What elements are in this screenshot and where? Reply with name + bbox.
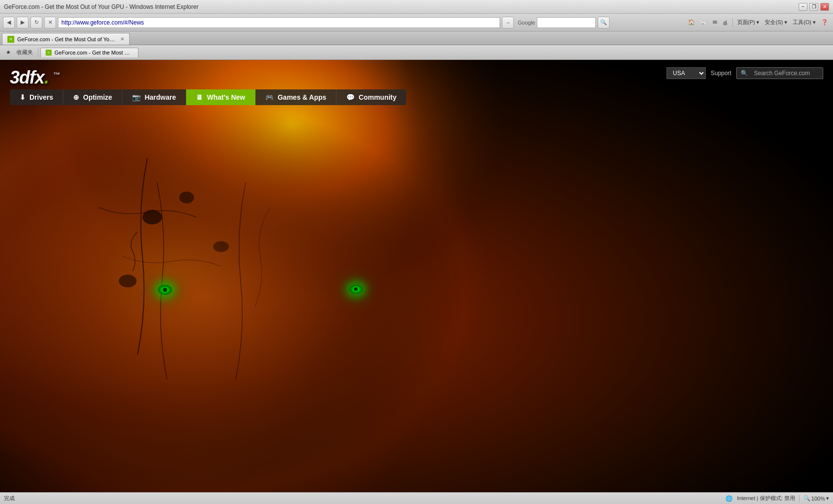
nav-games-apps-label: Games & Apps xyxy=(278,93,326,101)
nav-bar: ⬇ Drivers ⊕ Optimize 📷 Hardware 🖥 What's… xyxy=(10,89,823,105)
back-button[interactable]: ◀ xyxy=(3,17,15,28)
eye-left xyxy=(158,285,172,295)
ie-rss-icon[interactable]: 📰 xyxy=(698,18,709,27)
nav-games-apps[interactable]: 🎮 Games & Apps xyxy=(255,89,336,105)
site-search-container: 🔍 xyxy=(736,67,823,79)
go-button[interactable]: → xyxy=(502,17,514,28)
browser-search-input[interactable] xyxy=(537,17,596,28)
tab-favicon: N xyxy=(7,36,14,43)
status-globe-icon: 🌐 xyxy=(725,495,733,502)
quick-tab[interactable]: G GeForce.com - Get the Most Out of Your… xyxy=(40,48,139,57)
favorites-button[interactable]: 收藏夹 xyxy=(14,48,36,57)
minimize-button[interactable]: − xyxy=(799,3,807,11)
search-icon: 🔍 xyxy=(741,70,748,77)
hardware-icon: 📷 xyxy=(132,93,140,101)
page-btn[interactable]: 页面(P) ▾ xyxy=(735,18,762,27)
header-right: USA Europe Asia Support 🔍 xyxy=(666,67,823,79)
logo-tm: ™ xyxy=(53,71,59,79)
nav-whats-new-label: What's New xyxy=(207,93,245,101)
site-navigation: ⬇ Drivers ⊕ Optimize 📷 Hardware 🖥 What's… xyxy=(0,89,833,105)
address-bar: ◀ ▶ ↻ ✕ → Google 🔍 🏠 📰 ✉ 🖨 页面(P) ▾ 安全(S)… xyxy=(0,14,833,31)
tab-bar: N GeForce.com - Get the Most Out of Your… xyxy=(0,31,833,45)
nav-community-label: Community xyxy=(359,93,396,101)
drivers-icon: ⬇ xyxy=(20,93,26,101)
status-zoom[interactable]: 🔍 100% ▾ xyxy=(804,495,829,502)
support-link[interactable]: Support xyxy=(711,70,731,77)
nav-hardware[interactable]: 📷 Hardware xyxy=(122,89,186,105)
nav-optimize[interactable]: ⊕ Optimize xyxy=(63,89,122,105)
site-logo: 3dfx. ™ xyxy=(10,67,59,88)
nav-community[interactable]: 💬 Community xyxy=(336,89,406,105)
ie-email-icon[interactable]: ✉ xyxy=(711,18,719,27)
face-texture-overlay xyxy=(0,60,541,492)
quick-tab-favicon: G xyxy=(46,50,52,56)
address-input[interactable] xyxy=(58,17,500,28)
status-separator xyxy=(799,495,800,502)
website-content: 3dfx. ™ USA Europe Asia Support 🔍 ⬇ Driv… xyxy=(0,60,833,492)
ie-toolbar-icons: 🏠 📰 ✉ 🖨 页面(P) ▾ 安全(S) ▾ 工具(O) ▾ ❓ xyxy=(686,18,830,27)
zoom-icon: 🔍 xyxy=(804,495,810,502)
refresh-button[interactable]: ↻ xyxy=(30,17,42,28)
tools-btn[interactable]: 工具(O) ▾ xyxy=(791,18,818,27)
nav-drivers-label: Drivers xyxy=(29,93,53,101)
status-zone: Internet | 保护模式: 禁用 xyxy=(737,495,795,502)
favorites-star-icon[interactable]: ★ xyxy=(4,48,13,56)
status-right: 🌐 Internet | 保护模式: 禁用 🔍 100% ▾ xyxy=(725,495,829,502)
nav-optimize-label: Optimize xyxy=(83,93,112,101)
ie-toolbar: ★ 收藏夹 G GeForce.com - Get the Most Out o… xyxy=(0,45,833,60)
tab-label: GeForce.com - Get the Most Out of Your G… xyxy=(17,36,115,42)
browser-tab[interactable]: N GeForce.com - Get the Most Out of Your… xyxy=(2,33,130,45)
quick-tab-label: GeForce.com - Get the Most Out of Your G… xyxy=(55,50,133,56)
optimize-icon: ⊕ xyxy=(73,93,79,101)
site-search-input[interactable] xyxy=(750,67,819,79)
community-icon: 💬 xyxy=(346,93,355,101)
region-select[interactable]: USA Europe Asia xyxy=(666,67,706,79)
logo-dot: . xyxy=(44,67,49,87)
logo-3: 3dfx xyxy=(10,67,44,87)
tab-close-icon[interactable]: ✕ xyxy=(120,36,124,42)
separator xyxy=(732,18,733,27)
logo-text: 3dfx. ™ xyxy=(10,67,59,87)
toolbar-separator xyxy=(38,48,38,57)
window-title: GeForce.com - Get the Most Out of Your G… xyxy=(4,3,198,10)
restore-button[interactable]: ❐ xyxy=(809,3,818,11)
forward-button[interactable]: ▶ xyxy=(17,17,28,28)
nav-whats-new[interactable]: 🖥 What's New xyxy=(186,89,255,105)
nav-drivers[interactable]: ⬇ Drivers xyxy=(10,89,63,105)
browser-search-button[interactable]: 🔍 xyxy=(598,17,610,28)
status-text: 完成 xyxy=(4,495,723,502)
window-controls: − ❐ ✕ xyxy=(799,3,829,11)
help-btn[interactable]: ❓ xyxy=(819,18,830,27)
title-bar: GeForce.com - Get the Most Out of Your G… xyxy=(0,0,833,14)
whats-new-icon: 🖥 xyxy=(196,93,203,101)
close-button[interactable]: ✕ xyxy=(820,3,829,11)
games-apps-icon: 🎮 xyxy=(265,93,274,101)
zoom-level: 100% xyxy=(811,496,825,502)
status-bar: 完成 🌐 Internet | 保护模式: 禁用 🔍 100% ▾ xyxy=(0,492,833,504)
safety-btn[interactable]: 安全(S) ▾ xyxy=(763,18,789,27)
stop-button[interactable]: ✕ xyxy=(44,17,56,28)
eye-right xyxy=(350,285,362,294)
google-label: Google xyxy=(518,20,535,26)
nav-hardware-label: Hardware xyxy=(144,93,176,101)
zoom-chevron: ▾ xyxy=(826,495,829,502)
ie-home-icon[interactable]: 🏠 xyxy=(686,18,697,27)
ie-print-icon[interactable]: 🖨 xyxy=(721,19,730,27)
